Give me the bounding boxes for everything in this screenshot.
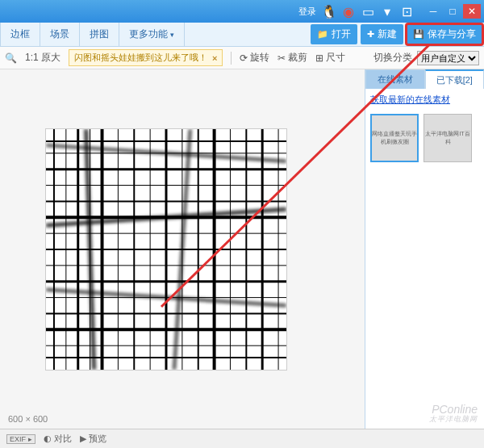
qq-icon[interactable]: 🐧 <box>323 5 336 18</box>
crop-icon: ✂ <box>277 52 286 64</box>
canvas-image[interactable] <box>45 128 287 371</box>
new-button[interactable]: ✚新建 <box>361 24 403 44</box>
open-button[interactable]: 📁打开 <box>311 24 357 44</box>
canvas-dimensions: 600 × 600 <box>8 414 48 424</box>
minimize-button[interactable]: ─ <box>424 4 442 19</box>
preview-icon: ▶ <box>80 433 86 444</box>
menu-icon[interactable]: ▾ <box>381 5 394 18</box>
notice-close-icon[interactable]: × <box>212 53 217 63</box>
size-icon: ⊞ <box>315 52 323 64</box>
folder-icon: 📁 <box>317 29 328 40</box>
tab-more[interactable]: 更多功能 <box>119 23 185 46</box>
notice-text: 闪图和摇头娃娃搬到这儿来了哦！ <box>74 52 207 64</box>
asset-thumb-2[interactable]: 太平洋电脑网IT百科 <box>424 114 472 162</box>
close-button[interactable]: ✕ <box>463 4 481 19</box>
tab-border[interactable]: 边框 <box>0 23 40 46</box>
asset-thumb-1[interactable]: 网络直播整天玩手机刷微友圈 <box>370 114 419 162</box>
maximize-button[interactable]: □ <box>444 4 461 19</box>
category-label: 切换分类 <box>373 51 412 65</box>
preview-button[interactable]: ▶预览 <box>80 433 106 445</box>
compare-button[interactable]: ◐对比 <box>44 433 72 445</box>
size-button[interactable]: ⊞尺寸 <box>315 51 345 65</box>
feedback-icon[interactable]: ⊡ <box>400 5 413 18</box>
exif-button[interactable]: EXIF ▸ <box>6 434 35 444</box>
fetch-assets-link[interactable]: 获取最新的在线素材 <box>365 89 484 111</box>
save-icon: 💾 <box>413 29 424 40</box>
tab-scene[interactable]: 场景 <box>40 23 80 46</box>
rotate-icon: ⟳ <box>240 52 248 64</box>
tab-downloaded-assets[interactable]: 已下载[2] <box>425 69 485 89</box>
canvas-area: 600 × 600 <box>0 69 365 429</box>
zoom-out-icon[interactable]: 🔍 <box>5 52 17 64</box>
rotate-button[interactable]: ⟳旋转 <box>240 51 269 65</box>
save-share-button[interactable]: 💾保存与分享 <box>407 24 482 44</box>
skin-icon[interactable]: ▭ <box>361 5 374 18</box>
tab-online-assets[interactable]: 在线素材 <box>365 69 425 89</box>
crop-button[interactable]: ✂裁剪 <box>277 51 307 65</box>
weibo-icon[interactable]: ◉ <box>342 5 355 18</box>
tab-collage[interactable]: 拼图 <box>80 23 119 46</box>
notice-banner[interactable]: 闪图和摇头娃娃搬到这儿来了哦！ × <box>69 49 223 66</box>
plus-icon: ✚ <box>367 29 374 40</box>
compare-icon: ◐ <box>44 433 52 444</box>
login-link[interactable]: 登录 <box>298 6 316 18</box>
zoom-label: 1:1 原大 <box>25 51 60 65</box>
category-select[interactable]: 用户自定义 <box>417 51 479 65</box>
